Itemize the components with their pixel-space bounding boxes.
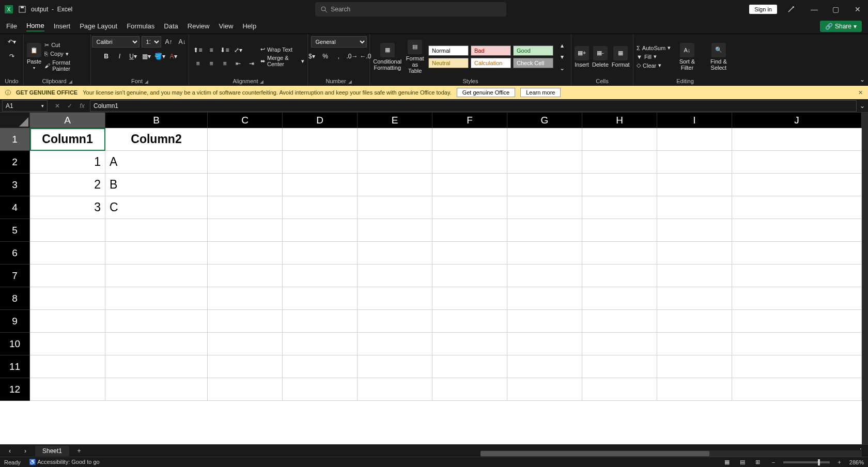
cell-H9[interactable] [582,310,657,333]
cell-I12[interactable] [657,378,732,401]
insert-cells-button[interactable]: ▦+Insert [575,46,589,68]
comma-format-icon[interactable]: , [333,51,345,62]
get-genuine-office-button[interactable]: Get genuine Office [457,88,516,97]
cell-F7[interactable] [432,264,507,287]
cell-D11[interactable] [283,355,358,378]
accounting-format-icon[interactable]: $▾ [306,51,318,62]
cell-G1[interactable] [507,128,582,151]
next-sheet-icon[interactable]: › [20,445,31,457]
collapse-ribbon-icon[interactable]: ⌄ [860,76,865,83]
cell-G3[interactable] [507,174,582,196]
cell-B2[interactable]: A [105,151,208,174]
cell-B12[interactable] [105,378,208,401]
cell-B5[interactable] [105,219,208,242]
cell-I4[interactable] [657,196,732,219]
maximize-button[interactable]: ▢ [830,5,842,13]
cell-G11[interactable] [507,355,582,378]
align-right-icon[interactable]: ≡ [219,58,230,69]
bold-button[interactable]: B [101,51,112,62]
col-header-F[interactable]: F [432,113,507,128]
tab-home[interactable]: Home [26,21,44,32]
font-color-button[interactable]: A▾ [168,51,179,62]
col-header-J[interactable]: J [732,113,862,128]
cell-C9[interactable] [208,310,283,333]
zoom-slider[interactable] [783,461,830,463]
tab-data[interactable]: Data [164,21,178,31]
cell-I3[interactable] [657,174,732,196]
underline-button[interactable]: U▾ [128,51,139,62]
vertical-scrollbar[interactable] [862,113,868,446]
cell-F10[interactable] [432,333,507,355]
cell-G10[interactable] [507,333,582,355]
cell-I6[interactable] [657,242,732,264]
cell-F8[interactable] [432,287,507,310]
formula-input[interactable] [90,100,857,112]
cell-F1[interactable] [432,128,507,151]
style-good[interactable]: Good [513,45,553,56]
row-header-12[interactable]: 12 [0,378,30,401]
cell-C5[interactable] [208,219,283,242]
cell-C1[interactable] [208,128,283,151]
cell-D8[interactable] [283,287,358,310]
styles-scroll-down-icon[interactable]: ▾ [556,51,568,63]
save-icon[interactable] [18,5,27,14]
search-box[interactable]: Search [315,2,506,17]
tab-help[interactable]: Help [242,21,256,31]
cell-A10[interactable] [30,333,105,355]
expand-formula-bar-icon[interactable]: ⌄ [857,102,868,110]
clear-button[interactable]: ◇ Clear ▾ [637,62,671,69]
col-header-H[interactable]: H [582,113,657,128]
cell-I9[interactable] [657,310,732,333]
cell-J11[interactable] [732,355,862,378]
cell-H3[interactable] [582,174,657,196]
col-header-G[interactable]: G [507,113,582,128]
format-cells-button[interactable]: ▦Format [612,46,630,68]
cell-A11[interactable] [30,355,105,378]
cell-H5[interactable] [582,219,657,242]
fill-button[interactable]: ▼ Fill ▾ [637,53,671,60]
cell-I5[interactable] [657,219,732,242]
cell-F12[interactable] [432,378,507,401]
row-header-3[interactable]: 3 [0,174,30,196]
name-box[interactable]: A1▾ [2,100,48,112]
cell-H12[interactable] [582,378,657,401]
cell-J3[interactable] [732,174,862,196]
tab-file[interactable]: File [6,21,17,31]
cell-A4[interactable]: 3 [30,196,105,219]
find-select-button[interactable]: 🔍Find & Select [704,43,734,71]
cell-B1[interactable]: Column2 [105,128,208,151]
cell-I8[interactable] [657,287,732,310]
tab-view[interactable]: View [219,21,233,31]
increase-font-icon[interactable]: A↑ [163,36,175,48]
cell-E1[interactable] [358,128,432,151]
align-center-icon[interactable]: ≡ [206,58,217,69]
align-left-icon[interactable]: ≡ [192,58,204,69]
align-top-icon[interactable]: ⬆≡ [192,44,204,56]
learn-more-button[interactable]: Learn more [520,88,561,97]
coming-soon-icon[interactable] [786,5,799,14]
row-header-1[interactable]: 1 [0,128,30,151]
cell-B4[interactable]: C [105,196,208,219]
align-bottom-icon[interactable]: ⬇≡ [219,44,230,56]
cell-B9[interactable] [105,310,208,333]
cell-E6[interactable] [358,242,432,264]
cell-G12[interactable] [507,378,582,401]
cell-I1[interactable] [657,128,732,151]
cell-G2[interactable] [507,151,582,174]
cell-A7[interactable] [30,264,105,287]
orientation-icon[interactable]: ⤢▾ [233,44,244,56]
styles-scroll-up-icon[interactable]: ▴ [556,40,568,51]
fill-color-button[interactable]: 🪣▾ [154,51,166,62]
cell-B3[interactable]: B [105,174,208,196]
format-as-table-button[interactable]: ▤Format as Table [405,40,425,74]
delete-cells-button[interactable]: ▦-Delete [592,46,609,68]
style-calculation[interactable]: Calculation [471,58,511,68]
cell-F2[interactable] [432,151,507,174]
cell-G4[interactable] [507,196,582,219]
view-page-break-icon[interactable]: ⊞ [752,457,764,468]
cell-J1[interactable] [732,128,862,151]
cell-J8[interactable] [732,287,862,310]
cell-D4[interactable] [283,196,358,219]
wrap-text-button[interactable]: ↩ Wrap Text [260,46,304,53]
merge-center-button[interactable]: ⬌ Merge & Center ▾ [260,55,304,67]
